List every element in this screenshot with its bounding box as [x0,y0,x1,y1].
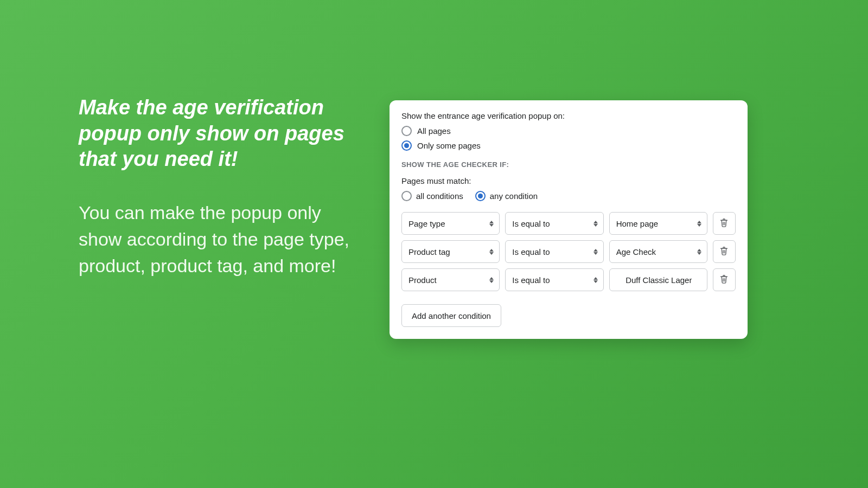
condition-field-select-label: Page type [409,219,445,228]
select-sort-icon [697,221,701,227]
condition-operator-select-label: Is equal to [512,219,550,228]
condition-field-select[interactable]: Product [401,268,500,291]
radio-only-some-pages[interactable]: Only some pages [401,140,736,151]
condition-value-input-label: Duff Classic Lager [626,275,692,285]
condition-operator-select[interactable]: Is equal to [505,240,603,263]
select-sort-icon [593,277,598,283]
delete-condition-button[interactable] [713,268,736,291]
condition-field-select-label: Product tag [409,247,450,256]
add-condition-button[interactable]: Add another condition [401,304,501,327]
delete-condition-button[interactable] [713,240,736,263]
radio-match-any[interactable]: any condition [475,191,538,201]
radio-only-some-pages-label: Only some pages [417,141,481,150]
promo-subtext: You can make the popup only show accordi… [79,200,350,280]
condition-operator-select[interactable]: Is equal to [505,268,603,291]
condition-field-select[interactable]: Page type [401,212,500,235]
select-sort-icon [593,249,598,255]
condition-row: Page typeIs equal toHome page [401,212,736,235]
condition-value-select[interactable]: Home page [609,212,707,235]
trash-icon [719,246,729,257]
condition-value-input[interactable]: Duff Classic Lager [609,268,707,291]
select-sort-icon [697,249,701,255]
radio-all-pages[interactable]: All pages [401,126,736,136]
radio-match-all-label: all conditions [416,191,463,201]
show-on-label: Show the entrance age verification popup… [401,111,736,120]
trash-icon [719,218,729,229]
condition-row: ProductIs equal toDuff Classic Lager [401,268,736,291]
condition-field-select-label: Product [409,275,437,285]
select-sort-icon [593,221,598,227]
condition-value-select-label: Age Check [616,247,656,256]
delete-condition-button[interactable] [713,212,736,235]
trash-icon [719,274,729,285]
radio-match-all[interactable]: all conditions [401,191,463,201]
radio-match-any-label: any condition [490,191,538,201]
radio-unselected-icon [401,126,412,136]
settings-card: Show the entrance age verification popup… [390,100,748,339]
radio-all-pages-label: All pages [417,126,451,136]
section-heading: Show the age checker if: [401,160,736,169]
condition-value-select-label: Home page [616,219,659,228]
match-label: Pages must match: [401,176,736,185]
condition-operator-select-label: Is equal to [512,275,550,285]
condition-value-select[interactable]: Age Check [609,240,707,263]
condition-field-select[interactable]: Product tag [401,240,500,263]
select-sort-icon [489,221,494,227]
add-condition-label: Add another condition [412,311,491,320]
radio-selected-icon [401,140,412,151]
condition-operator-select[interactable]: Is equal to [505,212,603,235]
conditions-list: Page typeIs equal toHome pageProduct tag… [401,212,736,291]
radio-unselected-icon [401,191,412,201]
select-sort-icon [489,249,494,255]
promo-headline: Make the age verification popup only sho… [79,95,350,172]
select-sort-icon [489,277,494,283]
condition-row: Product tagIs equal toAge Check [401,240,736,263]
condition-operator-select-label: Is equal to [512,247,550,256]
radio-selected-icon [475,191,486,201]
